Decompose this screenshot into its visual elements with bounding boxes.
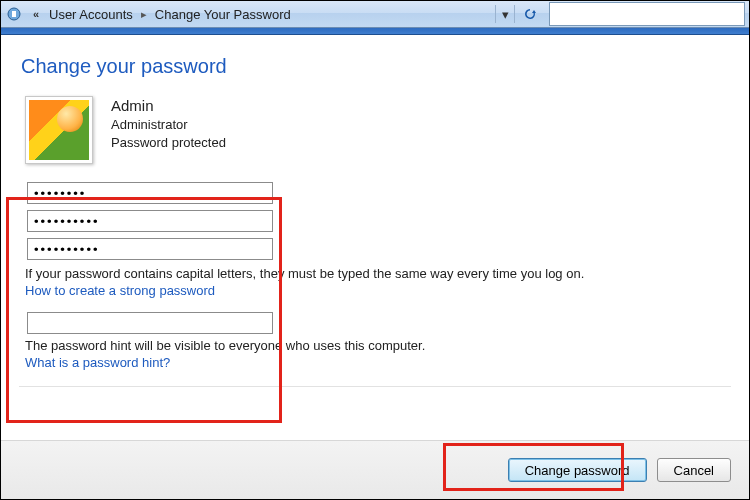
new-password-input[interactable]	[27, 210, 273, 232]
avatar	[25, 96, 93, 164]
current-password-input[interactable]	[27, 182, 273, 204]
search-input[interactable]	[549, 2, 745, 26]
strong-password-link[interactable]: How to create a strong password	[25, 283, 215, 298]
control-panel-icon	[5, 5, 23, 23]
address-bar: « User Accounts ▸ Change Your Password ▾	[1, 1, 749, 28]
breadcrumb-user-accounts[interactable]: User Accounts	[49, 7, 133, 22]
password-hint-input[interactable]	[27, 312, 273, 334]
content-area: Change your password Admin Administrator…	[1, 35, 749, 387]
breadcrumb-separator-icon: ▸	[141, 8, 147, 21]
confirm-password-input[interactable]	[27, 238, 273, 260]
hint-note: The password hint will be visible to eve…	[25, 338, 731, 353]
user-role: Administrator	[111, 116, 226, 134]
breadcrumb-change-password[interactable]: Change Your Password	[155, 7, 291, 22]
user-name: Admin	[111, 96, 226, 116]
password-hint-link[interactable]: What is a password hint?	[25, 355, 170, 370]
window-frame: « User Accounts ▸ Change Your Password ▾…	[0, 0, 750, 500]
avatar-image	[29, 100, 89, 160]
user-info: Admin Administrator Password protected	[111, 96, 226, 151]
svg-rect-1	[12, 11, 16, 17]
page-title: Change your password	[21, 55, 731, 78]
address-dropdown-icon[interactable]: ▾	[495, 5, 515, 23]
password-fields: If your password contains capital letter…	[19, 182, 731, 370]
footer: Change password Cancel	[1, 440, 749, 499]
back-chevrons-icon[interactable]: «	[27, 5, 45, 23]
user-summary: Admin Administrator Password protected	[25, 96, 731, 164]
cancel-button[interactable]: Cancel	[657, 458, 731, 482]
toolbar-accent	[1, 28, 749, 35]
user-status: Password protected	[111, 134, 226, 152]
caps-note: If your password contains capital letter…	[25, 266, 731, 281]
divider	[19, 386, 731, 387]
refresh-icon[interactable]	[519, 5, 541, 23]
change-password-button[interactable]: Change password	[508, 458, 647, 482]
